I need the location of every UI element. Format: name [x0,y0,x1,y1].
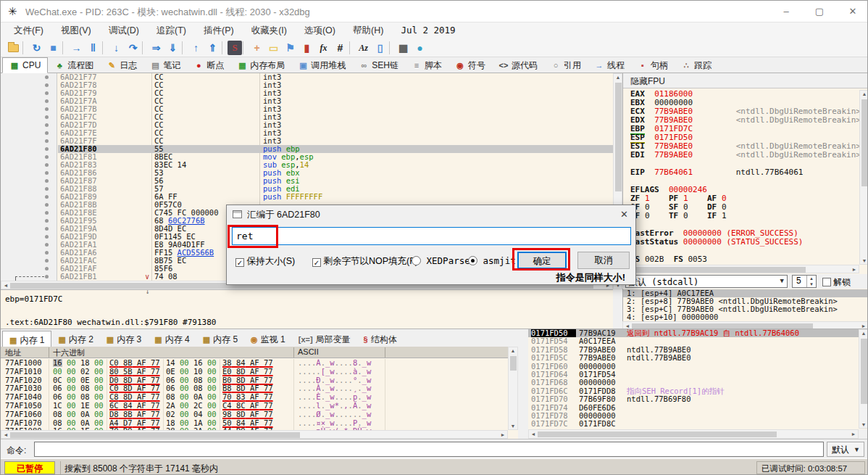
maximize-button[interactable]: ▢ [804,1,835,22]
row-dot-icon [45,179,49,183]
close-button[interactable]: ✕ [837,1,868,22]
assemble-instruction-input[interactable]: ret [232,227,631,245]
stop-icon[interactable]: ■ [45,39,62,57]
modules-icon[interactable]: ▯ [372,39,388,57]
attach-icon[interactable]: ⇑ [204,39,221,57]
calling-convention-select[interactable]: 默认 (stdcall) ▼ [625,275,788,288]
watch-icon: ◉ [251,335,258,344]
comments-icon[interactable]: ▭ [265,39,282,57]
tab-引用[interactable]: ○引用 [544,57,588,73]
registers-hscrollbar[interactable]: ◄ ► [622,265,859,273]
open-file-icon[interactable] [5,39,22,57]
tab-调用堆栈[interactable]: ▣调用堆栈 [291,57,352,73]
menu-item-f[interactable]: 文件(F) [5,22,52,39]
menu-item-o[interactable]: 选项(O) [296,22,344,39]
tab-脚本[interactable]: ≡脚本 [405,57,448,73]
keep-size-checkbox[interactable]: ✓ 保持大小(S) [235,255,295,268]
row-dot-icon [45,163,49,167]
run-icon[interactable]: → [68,39,85,57]
bottom-tab-内存-3[interactable]: ▦内存 3 [100,331,148,347]
stack-panel[interactable]: 0171FD5077B9AC19返回到 ntdll.77B9AC19 自 ntd… [528,329,868,429]
globe-icon[interactable]: ● [412,39,428,57]
tab-日志[interactable]: ✎日志 [100,57,143,73]
step-over-icon[interactable]: ↷ [125,39,141,57]
tab-流程图[interactable]: ♣流程图 [48,57,100,73]
hash-icon[interactable]: # [332,39,349,57]
restart-icon[interactable]: ↻ [28,39,45,57]
bottom-tab-结构体[interactable]: §结构体 [357,331,404,347]
dialog-close-icon[interactable]: ✕ [620,209,628,220]
tab-跟踪[interactable]: ∴跟踪 [675,57,718,73]
xedparse-radio[interactable]: XEDParse [412,255,470,266]
step-into-icon[interactable]: ↓ [108,39,125,57]
labels-icon[interactable]: ⚑ [282,39,299,57]
menu-item-h[interactable]: 帮助(H) [344,22,392,39]
pause-icon[interactable]: ‖ [85,39,101,57]
argument-depth-spinner[interactable]: 5 ▲▼ [792,275,817,288]
bottom-tab-内存-4[interactable]: ▦内存 4 [148,331,196,347]
argument-row[interactable]: 4: [esp+10] 00000000 [623,313,868,321]
bottom-tab-监视-1[interactable]: ◉监视 1 [244,331,292,347]
row-dot-icon [45,83,49,87]
menu-item-jul22019[interactable]: Jul 2 2019 [392,22,464,38]
strings-icon[interactable]: Az [355,39,372,57]
stack-hscrollbar[interactable]: ◄ ► [528,429,859,439]
register-row[interactable]: CF 0 TF 0 IF 1 [623,212,859,220]
stack-row[interactable]: 0171FD7C0171FD8C [528,420,868,428]
tab-源代码[interactable]: <>源代码 [492,57,544,73]
bottom-tab-内存-5[interactable]: ▦内存 5 [196,331,244,347]
register-row[interactable]: EDI 77B9ABE0 <ntdll.DbgUiRemoteBreakin> [623,151,859,160]
panel-divider[interactable] [518,329,528,439]
bottom-tab-局部变量[interactable]: [x=]局部变量 [292,331,357,347]
asmjit-radio[interactable]: asmjit [468,255,516,266]
dialog-title-bar[interactable]: 汇编于 6AD21F80 ✕ [227,205,635,224]
tab-句柄[interactable]: ▪句柄 [631,57,675,73]
bookmarks-icon[interactable]: ▮ [299,39,315,57]
fill-with-nops-checkbox[interactable]: ✓ 剩余字节以NOP填充(F) [312,255,418,268]
bottom-tab-内存-1[interactable]: ▦内存 1 [2,331,51,347]
tab-笔记[interactable]: ▤笔记 [143,57,187,73]
run-until-return-icon[interactable]: ⇒ [148,39,164,57]
tab-线程[interactable]: →线程 [588,57,631,73]
spinner-buttons[interactable]: ▲▼ [806,276,816,287]
scylla-icon[interactable]: S [228,41,242,55]
run-to-user-code-icon[interactable]: ↑ [188,39,204,57]
command-profile-select[interactable]: 默认 ▼ [827,442,864,457]
minimize-button[interactable]: – [770,1,802,22]
menu-item-i[interactable]: 收藏夹(I) [243,22,296,39]
tab-内存布局[interactable]: ▦内存布局 [230,57,291,73]
menu-item-v[interactable]: 视图(V) [52,22,100,39]
command-input[interactable] [34,442,824,457]
arguments-panel[interactable]: 1: [esp+4] A0C17EEA2: [esp+8] 77B9ABE0 <… [622,289,868,321]
functions-icon[interactable]: fx [315,39,332,57]
memory-dump-panel[interactable]: 地址 十六进制 ASCII 77AF100016 00 18 00C0 8B A… [1,347,518,439]
calculator-icon[interactable]: ▦ [395,39,412,57]
tab-seh链[interactable]: ∞SEH链 [352,57,405,73]
tab-符号[interactable]: ◉符号 [448,57,492,73]
menu-item-p[interactable]: 插件(P) [195,22,243,39]
stack-address: 0171FD7C [531,420,576,428]
registers-panel[interactable]: 隐藏FPU EAX 01186000EBX 00000000ECX 77B9AB… [622,73,868,289]
menu-item-t[interactable]: 追踪(T) [148,22,195,39]
register-row[interactable]: EIP 77B64061 ntdll.77B64061 [623,168,859,177]
memory-hscrollbar[interactable]: ◄ ► [1,430,508,439]
menu-item-d[interactable]: 调试(D) [100,22,148,39]
stack-row[interactable]: 0171FD7077B69F80ntdll.77B69F80 [528,395,868,403]
stack-vscrollbar[interactable]: ▲ ▼ [859,329,868,429]
memory-vscrollbar[interactable]: ▲ ▼ [508,347,518,430]
bottom-tab-内存-2[interactable]: ▦内存 2 [51,331,99,347]
register-row[interactable]: LastStatus 00000000 (STATUS_SUCCESS) [623,238,859,247]
tab-断点[interactable]: ●断点 [187,57,230,73]
tab-cpu[interactable]: ▦CPU [2,57,48,73]
cancel-button[interactable]: 取消 [577,252,630,269]
patches-icon[interactable]: + [249,39,265,57]
step-out-icon[interactable]: ⇓ [164,39,181,57]
hide-fpu-button[interactable]: 隐藏FPU [623,73,868,88]
unlock-checkbox[interactable]: 解锁 [822,276,851,289]
notes-icon: ▤ [150,61,160,70]
register-row[interactable]: GS 002B FS 0053 [623,255,859,264]
title-bar: ✳ WeChat.exe - PID: 263C - 模块: wechatwin… [1,1,868,22]
stack-row[interactable]: 0171FD5C77B9ABE0ntdll.77B9ABE0 [528,354,868,362]
registers-vscrollbar[interactable]: ▲ ▼ [859,90,868,265]
script-icon: ≡ [412,61,422,70]
